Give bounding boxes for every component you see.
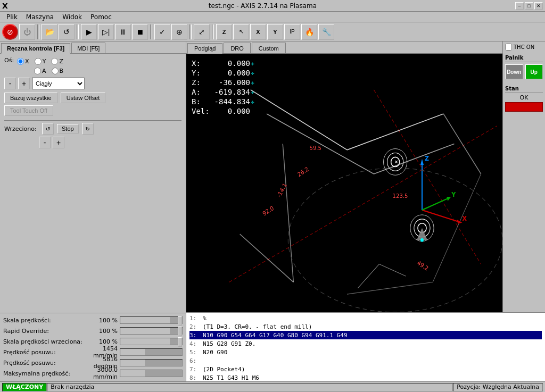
stan-label: Stan	[505, 86, 543, 93]
spindle-cw-button[interactable]: ↻	[82, 123, 94, 135]
viz-tab-dro[interactable]: DRO	[224, 43, 250, 53]
max-speed-fill	[120, 370, 145, 377]
spindle-section: Wrzeciono: ↺ Stop ↻ - +	[4, 120, 181, 148]
thc-checkbox[interactable]	[505, 44, 512, 51]
rapid-override-slider[interactable]	[120, 327, 183, 335]
spindle-controls-row: Wrzeciono: ↺ Stop ↻	[4, 123, 181, 135]
menu-view[interactable]: Widok	[58, 12, 86, 22]
jog-plus-button[interactable]: +	[18, 78, 30, 89]
maximize-button[interactable]: □	[525, 2, 533, 10]
dro-x-label: X:	[192, 59, 208, 68]
stop-run-button[interactable]: ⏹	[132, 24, 148, 40]
viz-tab-custom[interactable]: Custom	[252, 43, 286, 53]
rapid-override-thumb	[178, 327, 182, 336]
up-button[interactable]: Up	[525, 64, 543, 79]
viz-tab-preview[interactable]: Podgląd	[187, 43, 222, 54]
3d-view-canvas[interactable]: X: 0.000 ✛ Y: 0.000 ✛ Z: -36.000 ✛	[186, 54, 502, 312]
touch-z-button[interactable]: Z	[216, 24, 232, 40]
line-text-3: N10 G90 G54 G64 G17 G40 G80 G94 G91.1 G4…	[203, 332, 348, 339]
axis-y-option[interactable]: Y	[35, 58, 46, 65]
speed-scale-slider[interactable]	[120, 316, 183, 324]
touch-ip-button[interactable]: IP	[284, 24, 300, 40]
set-offset-button[interactable]: Ustaw Offset	[61, 93, 106, 103]
spindle-scale-label: Skala prędkości wrzeciona:	[3, 338, 86, 345]
home-all-button[interactable]: Bazuj wszystkie	[4, 93, 57, 103]
run-button[interactable]: ▶	[81, 24, 97, 40]
rapid-override-value: 100 %	[86, 328, 118, 335]
line-text-8: N25 T1 G43 H1 M6	[203, 374, 259, 381]
menu-machine[interactable]: Maszyna	[22, 12, 58, 22]
axis-b-radio[interactable]	[52, 68, 59, 74]
palnik-buttons-row: Down Up	[505, 64, 543, 79]
axis-z-radio[interactable]	[51, 58, 58, 65]
dro-y-value: 0.000	[208, 69, 250, 77]
axis-x-option[interactable]: X	[17, 58, 29, 65]
close-button[interactable]: ✕	[534, 2, 543, 10]
axis-a-radio[interactable]	[34, 68, 41, 74]
menu-file[interactable]: Plik	[2, 12, 22, 22]
touch-back-button[interactable]: ↖	[233, 24, 249, 40]
spindle-plus-button[interactable]: +	[53, 137, 64, 148]
axis-z-option[interactable]: Z	[51, 58, 63, 65]
code-line-4: 4: N15 G28 G91 Z0.	[189, 339, 542, 348]
spindle-scale-slider[interactable]	[120, 338, 183, 345]
toolbar-separator-4	[189, 24, 192, 39]
menu-help[interactable]: Pomoc	[86, 12, 116, 22]
mark-button[interactable]: ⊕	[171, 24, 187, 40]
emergency-stop-button[interactable]: ⊘	[2, 24, 18, 40]
run-step-button[interactable]: ▷|	[98, 24, 114, 40]
torch-button[interactable]: 🔥	[301, 24, 317, 40]
machine-power-button[interactable]: ⏻	[19, 24, 35, 40]
line-num-4: 4:	[189, 340, 203, 347]
spindle-minus-button[interactable]: -	[39, 137, 51, 148]
dro-b-icon: ✛	[251, 99, 254, 105]
reload-button[interactable]: ↺	[59, 24, 75, 40]
menu-bar: Plik Maszyna Widok Pomoc	[0, 12, 545, 22]
dro-z-icon: ✛	[251, 80, 254, 86]
tab-manual-control[interactable]: Ręczna kontrola [F3]	[1, 43, 70, 54]
open-file-button[interactable]: 📂	[42, 24, 57, 40]
axis-b-option[interactable]: B	[52, 68, 64, 74]
tool-button[interactable]: 🔧	[318, 24, 334, 40]
left-panel-tabs: Ręczna kontrola [F3] MDI [F5]	[0, 41, 186, 54]
stan-section: Stan OK	[505, 84, 543, 112]
jog-minus-button[interactable]: -	[4, 78, 16, 89]
dro-a-value: -619.834	[208, 88, 250, 96]
spindle-adjust-row: - +	[39, 137, 181, 148]
dro-x-icon: ✛	[251, 61, 254, 66]
status-bar: WŁĄCZONY Brak narzędzia Pozycja: Względn…	[0, 381, 545, 392]
speed-scale-thumb	[178, 316, 182, 326]
feed-rate2-fill	[120, 360, 145, 366]
dro-x-row: X: 0.000 ✛	[192, 59, 254, 68]
touch-y-button[interactable]: Y	[267, 24, 283, 40]
check-button[interactable]: ✓	[154, 24, 170, 40]
svg-text:59.5: 59.5	[310, 144, 321, 152]
minimize-button[interactable]: –	[515, 2, 524, 10]
code-viewer[interactable]: 1: % 2: (T1 D=3. CR=0. - flat end mill) …	[186, 312, 545, 381]
speed-scale-row: Skala prędkości: 100 %	[3, 315, 183, 325]
tool-status: Brak narzędzia	[47, 383, 453, 391]
jog-mode-select[interactable]: Ciągły Krokowy 0.001 Krokowy 0.01 Krokow…	[32, 78, 85, 89]
pause-button[interactable]: ⏸	[115, 24, 131, 40]
axis-selection-row: Oś: X Y Z	[4, 57, 181, 66]
line-num-7: 7:	[189, 366, 203, 373]
code-line-5: 5: N20 G90	[189, 348, 542, 356]
down-button[interactable]: Down	[505, 64, 523, 79]
axis-a-option[interactable]: A	[34, 68, 46, 74]
tab-mdi[interactable]: MDI [F5]	[71, 43, 105, 53]
dro-y-row: Y: 0.000 ✛	[192, 69, 254, 77]
line-text-2: (T1 D=3. CR=0. - flat end mill)	[203, 323, 312, 330]
max-speed-value: 3000.0 mm/min	[86, 366, 118, 380]
spindle-ccw-button[interactable]: ↺	[42, 123, 54, 135]
touch-x-button[interactable]: X	[250, 24, 266, 40]
dro-b-label: B:	[192, 97, 208, 106]
window-title: test.ngc - AXIS 2.7.14 na Plasama	[10, 2, 515, 10]
thc-label: THC ON	[514, 44, 534, 50]
left-panel: Ręczna kontrola [F3] MDI [F5] Oś: X Y Z	[0, 41, 186, 381]
tool-touch-off-button: Tool Touch Off	[4, 105, 53, 116]
rapid-override-row: Rapid Override: 100 %	[3, 326, 183, 336]
zoom-fit-button[interactable]: ⤢	[194, 24, 210, 40]
spindle-stop-button[interactable]: Stop	[57, 124, 79, 134]
axis-x-radio[interactable]	[17, 58, 24, 65]
axis-y-radio[interactable]	[35, 58, 42, 65]
